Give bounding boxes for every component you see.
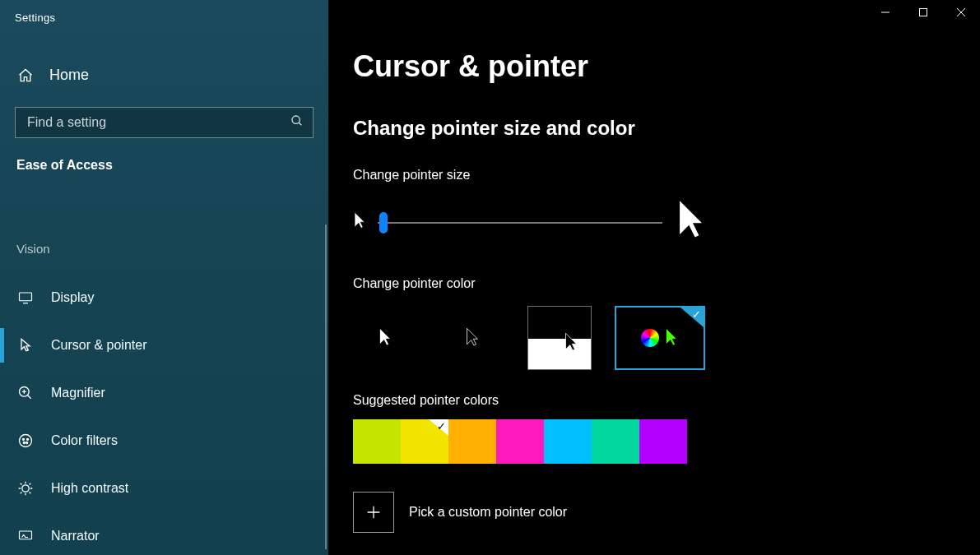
main-content: Cursor & pointer Change pointer size and… [328, 0, 980, 555]
svg-point-5 [27, 438, 29, 440]
close-button[interactable] [942, 0, 980, 26]
suggested-color-swatch[interactable] [592, 419, 639, 464]
pick-custom-color-button[interactable] [353, 492, 394, 533]
app-title: Settings [0, 0, 328, 24]
magnifier-icon [16, 385, 35, 401]
sidebar-item-narrator[interactable]: Narrator [0, 512, 328, 555]
sidebar-item-high-contrast[interactable]: High contrast [0, 465, 328, 512]
high-contrast-icon [16, 480, 35, 497]
pointer-size-label: Change pointer size [353, 168, 980, 183]
svg-point-0 [292, 116, 300, 123]
search-input[interactable] [15, 107, 314, 138]
suggested-color-swatch[interactable] [639, 419, 687, 464]
sidebar-group-vision: Vision [0, 242, 328, 256]
sidebar: Settings Home Ease of Access Vision Disp… [0, 0, 328, 555]
pointer-color-inverted[interactable] [527, 306, 592, 370]
svg-point-4 [23, 438, 25, 440]
cursor-large-icon [674, 197, 708, 248]
color-wheel-icon [641, 329, 659, 347]
svg-rect-10 [920, 8, 927, 16]
pick-custom-color-label: Pick a custom pointer color [409, 505, 567, 520]
svg-point-3 [20, 435, 32, 447]
slider-thumb[interactable] [379, 212, 388, 234]
cursor-small-icon [353, 211, 366, 234]
display-icon [16, 290, 35, 305]
narrator-icon [16, 529, 35, 543]
pointer-color-custom[interactable]: ✓ [615, 306, 705, 370]
sidebar-item-label: Narrator [51, 529, 100, 543]
svg-point-6 [23, 442, 25, 444]
suggested-color-swatch[interactable] [544, 419, 592, 464]
pointer-color-white[interactable] [353, 306, 417, 370]
scrollbar[interactable] [325, 224, 327, 549]
sidebar-item-label: Color filters [51, 433, 118, 448]
suggested-colors-label: Suggested pointer colors [353, 393, 980, 408]
svg-rect-9 [20, 531, 32, 539]
suggested-color-swatch[interactable]: ✓ [401, 419, 448, 464]
page-title: Cursor & pointer [353, 49, 980, 84]
suggested-color-row: ✓ [353, 419, 980, 464]
sidebar-item-color-filters[interactable]: Color filters [0, 417, 328, 465]
pointer-size-slider[interactable] [378, 215, 662, 231]
minimize-button[interactable] [866, 0, 904, 26]
cursor-icon [16, 337, 35, 354]
check-icon: ✓ [437, 420, 446, 432]
home-icon [16, 67, 35, 84]
section-title: Change pointer size and color [353, 117, 980, 140]
sidebar-item-label: Magnifier [51, 386, 105, 400]
sidebar-item-magnifier[interactable]: Magnifier [0, 369, 328, 417]
maximize-button[interactable] [904, 0, 942, 26]
home-label: Home [49, 67, 89, 84]
suggested-color-swatch[interactable] [353, 419, 401, 464]
window-controls [866, 0, 980, 30]
sidebar-item-cursor[interactable]: Cursor & pointer [0, 321, 328, 369]
sidebar-section-title: Ease of Access [0, 158, 328, 173]
sidebar-item-label: High contrast [51, 481, 128, 496]
home-button[interactable]: Home [0, 67, 328, 84]
sidebar-item-label: Display [51, 290, 94, 305]
search-icon [290, 114, 304, 131]
pointer-color-black[interactable] [440, 306, 504, 370]
svg-point-7 [26, 442, 28, 444]
sidebar-item-label: Cursor & pointer [51, 338, 147, 353]
pointer-color-label: Change pointer color [353, 276, 980, 291]
suggested-color-swatch[interactable] [496, 419, 544, 464]
sidebar-item-display[interactable]: Display [0, 274, 328, 321]
color-filters-icon [16, 432, 35, 449]
svg-point-8 [22, 485, 29, 492]
check-icon: ✓ [680, 308, 704, 327]
suggested-color-swatch[interactable] [448, 419, 496, 464]
svg-rect-1 [20, 293, 32, 301]
